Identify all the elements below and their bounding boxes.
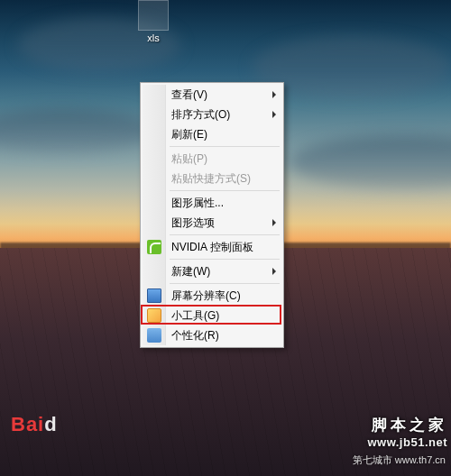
menu-item-label: 新建(W) [171,265,210,278]
menu-item[interactable]: 小工具(G) [143,306,281,325]
submenu-arrow-icon [272,111,276,118]
decorative-cloud [289,135,451,189]
submenu-arrow-icon [272,219,276,226]
desktop-context-menu: 查看(V)排序方式(O)刷新(E)粘贴(P)粘贴快捷方式(S)图形属性...图形… [140,82,284,348]
decorative-cloud [0,108,153,153]
baidu-watermark: Baid [11,413,58,436]
menu-separator [170,146,280,147]
menu-item[interactable]: 屏幕分辨率(C) [143,286,281,306]
personal-icon [147,328,161,343]
menu-item: 粘贴快捷方式(S) [143,169,281,188]
menu-item-label: 图形选项 [171,216,215,229]
menu-item-label: NVIDIA 控制面板 [171,241,253,253]
th7-watermark: 第七城市 www.th7.cn [353,453,446,467]
menu-item[interactable]: 图形属性... [143,193,281,213]
menu-item-label: 粘贴(P) [171,152,207,165]
menu-item[interactable]: 排序方式(O) [143,105,281,124]
baidu-watermark-right: d [44,413,57,435]
menu-separator [170,190,280,191]
menu-item: 粘贴(P) [143,149,281,169]
menu-item[interactable]: 个性化(R) [143,325,281,345]
menu-item-label: 查看(V) [171,88,207,101]
gadget-icon [147,308,161,323]
jb51-watermark-url: www.jb51.net [367,435,447,449]
menu-separator [170,234,280,235]
menu-item-label: 个性化(R) [171,329,219,342]
desktop-wallpaper[interactable]: xls 查看(V)排序方式(O)刷新(E)粘贴(P)粘贴快捷方式(S)图形属性.… [0,0,451,476]
screen-icon [147,288,161,303]
menu-item-label: 刷新(E) [171,128,207,141]
jb51-watermark-title: 脚本之家 [367,415,447,435]
file-icon-label: xls [126,32,180,43]
menu-item[interactable]: 查看(V) [143,85,281,105]
jb51-watermark: 脚本之家 www.jb51.net [367,415,447,449]
menu-item-label: 小工具(G) [171,309,219,322]
file-icon [138,0,169,31]
menu-item[interactable]: 图形选项 [143,213,281,233]
menu-item-label: 排序方式(O) [171,108,230,121]
nvidia-icon [147,240,161,254]
submenu-arrow-icon [272,268,276,275]
menu-item-label: 图形属性... [171,197,224,209]
desktop-file-icon[interactable]: xls [126,0,180,43]
menu-item[interactable]: NVIDIA 控制面板 [143,237,281,257]
menu-item-label: 屏幕分辨率(C) [171,289,241,302]
submenu-arrow-icon [272,91,276,98]
menu-separator [170,259,280,260]
menu-separator [170,283,280,284]
menu-item[interactable]: 刷新(E) [143,124,281,144]
baidu-watermark-left: Bai [11,413,44,435]
menu-item[interactable]: 新建(W) [143,261,281,281]
menu-item-label: 粘贴快捷方式(S) [171,172,251,185]
